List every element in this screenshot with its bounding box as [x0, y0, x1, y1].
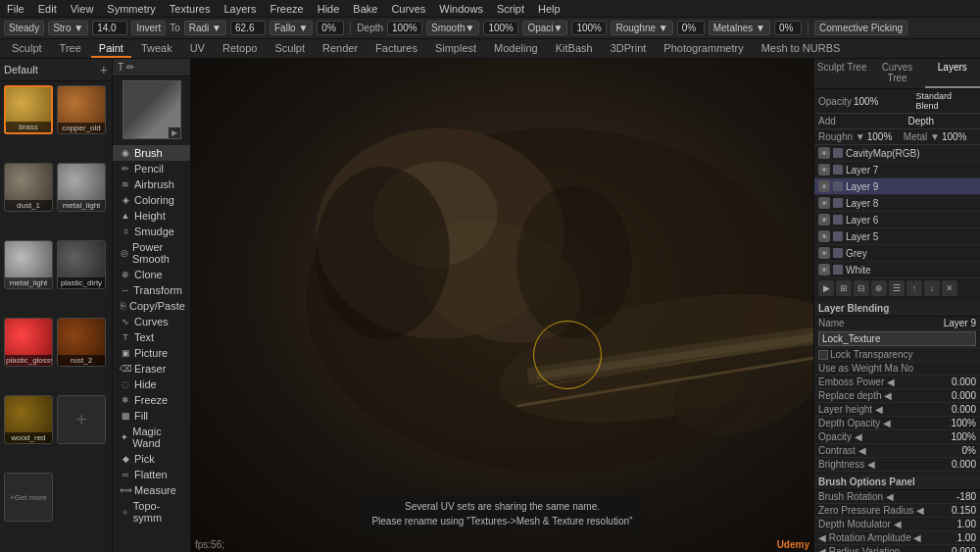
- tab-sculpt-tree[interactable]: Sculpt Tree: [814, 59, 869, 88]
- layer-visibility-grey[interactable]: 👁: [818, 247, 830, 259]
- value3-input[interactable]: [317, 21, 344, 35]
- layer-tool-add[interactable]: ⊞: [836, 280, 852, 296]
- value1-input[interactable]: [92, 21, 127, 35]
- brush-item-brush[interactable]: ◉Brush: [113, 145, 190, 161]
- brush-item-text[interactable]: TText: [113, 329, 190, 345]
- radi-btn[interactable]: Radi ▼: [184, 21, 226, 35]
- brush-item-transform[interactable]: ↔Transform: [113, 282, 190, 298]
- layer-visibility-layer-8[interactable]: 👁: [818, 197, 830, 209]
- tab-curves-tree[interactable]: Curves Tree: [869, 59, 924, 88]
- layer-color-layer-9[interactable]: [833, 181, 843, 191]
- tab-layers[interactable]: Layers: [925, 59, 980, 88]
- tab-uv[interactable]: UV: [182, 40, 213, 58]
- material-plastic-glossy[interactable]: plastic_glossy: [4, 318, 53, 367]
- brush-item-copy/paste[interactable]: ⎘Copy/Paste: [113, 298, 190, 314]
- layer-name-input[interactable]: [818, 331, 976, 346]
- tab-simplest[interactable]: Simplest: [427, 40, 484, 58]
- tab-retopo[interactable]: Retopo: [215, 40, 265, 58]
- layer-visibility-layer-9[interactable]: 👁: [818, 180, 830, 192]
- brush-item-flatten[interactable]: ═Flatten: [113, 467, 190, 482]
- steady-btn[interactable]: Steady: [4, 21, 44, 35]
- menu-item-script[interactable]: Script: [494, 3, 527, 15]
- tab-render[interactable]: Render: [315, 40, 366, 58]
- layer-visibility-cavitymap-rgb-[interactable]: 👁: [818, 147, 830, 159]
- layer-color-cavitymap-rgb-[interactable]: [833, 148, 843, 158]
- menu-item-curves[interactable]: Curves: [388, 3, 428, 15]
- tab-photogrammetry[interactable]: Photogrammetry: [656, 40, 751, 58]
- tab-factures[interactable]: Factures: [368, 40, 425, 58]
- material-brass[interactable]: brass: [4, 85, 53, 134]
- tab-sculpt[interactable]: Sculpt: [4, 40, 50, 58]
- material-wood[interactable]: wood_red: [4, 395, 53, 444]
- layer-tool-up[interactable]: ↑: [906, 280, 922, 296]
- roughne-btn[interactable]: Roughne ▼: [611, 21, 672, 35]
- right-panel-scroll[interactable]: Opacity 100% Standard Blend Add Depth Ro…: [814, 89, 980, 552]
- tab-paint[interactable]: Paint: [91, 40, 131, 58]
- layer-visibility-layer-7[interactable]: 👁: [818, 164, 830, 176]
- material-dust[interactable]: dust_1: [4, 163, 53, 212]
- menu-item-file[interactable]: File: [4, 3, 27, 15]
- layer-color-layer-6[interactable]: [833, 215, 843, 225]
- layer-visibility-white[interactable]: 👁: [818, 264, 830, 276]
- brush-item-curves[interactable]: ∿Curves: [113, 314, 190, 329]
- value4-input[interactable]: [387, 21, 422, 35]
- material-plastic-dirty[interactable]: plastic_dirty: [57, 240, 106, 289]
- menu-item-freeze[interactable]: Freeze: [267, 3, 306, 15]
- connective-btn[interactable]: Connective Picking: [814, 21, 907, 35]
- menu-item-view[interactable]: View: [68, 3, 97, 15]
- value7-input[interactable]: [677, 21, 705, 35]
- material-rust[interactable]: rust_2: [57, 318, 106, 367]
- tab-modeling[interactable]: Modeling: [486, 40, 546, 58]
- invert-btn[interactable]: Invert: [131, 21, 166, 35]
- layer-color-grey[interactable]: [833, 248, 843, 258]
- layer-tool-remove[interactable]: ⊟: [854, 280, 869, 296]
- brush-item-picture[interactable]: ▣Picture: [113, 345, 190, 361]
- menu-item-windows[interactable]: Windows: [436, 3, 486, 15]
- material-copper[interactable]: copper_old: [57, 85, 106, 134]
- fallo-btn[interactable]: Fallo ▼: [270, 21, 313, 35]
- layer-row-cavitymap-rgb-[interactable]: 👁CavityMap(RGB): [814, 145, 980, 162]
- brush-item-power-smooth[interactable]: ◎Power Smooth: [113, 239, 190, 267]
- brush-item-pick[interactable]: ◆Pick: [113, 451, 190, 467]
- layer-tool-delete[interactable]: ✕: [942, 280, 957, 296]
- layer-row-white[interactable]: 👁White: [814, 262, 980, 278]
- tab-tree[interactable]: Tree: [52, 40, 89, 58]
- smooth-btn[interactable]: Smooth▼: [426, 21, 479, 35]
- brush-item-coloring[interactable]: ◈Coloring: [113, 192, 190, 208]
- brush-item-clone[interactable]: ⊕Clone: [113, 267, 190, 282]
- layer-row-layer-6[interactable]: 👁Layer 6: [814, 212, 980, 228]
- material-metal-light[interactable]: metal_light: [57, 163, 106, 212]
- brush-item-eraser[interactable]: ⌫Eraser: [113, 361, 190, 376]
- layer-tool-play[interactable]: ▶: [818, 280, 834, 296]
- layer-tool-down[interactable]: ↓: [924, 280, 940, 296]
- layer-row-layer-9[interactable]: 👁Layer 9: [814, 178, 980, 195]
- layer-row-layer-5[interactable]: 👁Layer 5: [814, 228, 980, 245]
- menu-item-layers[interactable]: Layers: [220, 3, 259, 15]
- add-material-cell[interactable]: +: [57, 395, 106, 444]
- brush-item-airbrush[interactable]: ≋Airbrush: [113, 176, 190, 192]
- menu-item-symmetry[interactable]: Symmetry: [104, 3, 159, 15]
- layer-color-layer-7[interactable]: [833, 165, 843, 175]
- opaci-btn[interactable]: Opaci▼: [522, 21, 567, 35]
- lock-transparency-checkbox[interactable]: [818, 350, 828, 360]
- brush-item-pencil[interactable]: ✏Pencil: [113, 161, 190, 176]
- brush-item-magic-wand[interactable]: ✦Magic Wand: [113, 424, 190, 451]
- layer-visibility-layer-6[interactable]: 👁: [818, 214, 830, 226]
- layer-color-layer-5[interactable]: [833, 231, 843, 241]
- brush-item-hide[interactable]: ◌Hide: [113, 376, 190, 392]
- get-more-materials[interactable]: +Get more: [4, 473, 53, 522]
- canvas-area[interactable]: Several UV sets are sharing the same nam…: [191, 59, 813, 552]
- metalnes-btn[interactable]: Metalnes ▼: [709, 21, 770, 35]
- brush-item-height[interactable]: ▲Height: [113, 208, 190, 224]
- layer-color-layer-8[interactable]: [833, 198, 843, 208]
- material-metal-light2[interactable]: metal_light: [4, 240, 53, 289]
- menu-item-bake[interactable]: Bake: [350, 3, 380, 15]
- menu-item-hide[interactable]: Hide: [315, 3, 343, 15]
- value8-input[interactable]: [774, 21, 802, 35]
- brush-item-fill[interactable]: ▩Fill: [113, 408, 190, 424]
- value2-input[interactable]: [230, 21, 266, 35]
- layer-row-layer-8[interactable]: 👁Layer 8: [814, 195, 980, 212]
- value5-input[interactable]: [483, 21, 518, 35]
- tab-mesh-to-nurbs[interactable]: Mesh to NURBS: [754, 40, 849, 58]
- brush-item-measure[interactable]: ⟺Measure: [113, 482, 190, 498]
